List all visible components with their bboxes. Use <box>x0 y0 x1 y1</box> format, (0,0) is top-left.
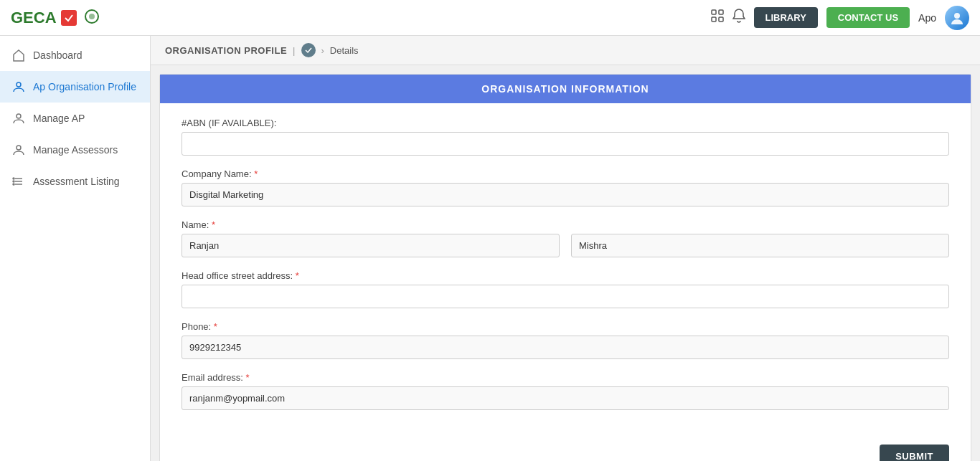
assessor-icon <box>11 143 26 157</box>
section-header: ORGANISATION INFORMATION <box>160 75 971 103</box>
sidebar-label-assessment: Assessment Listing <box>33 176 120 187</box>
address-input[interactable] <box>182 285 949 308</box>
breadcrumb-title: ORGANISATION PROFILE <box>165 45 287 56</box>
name-row <box>182 234 949 257</box>
sidebar: Dashboard Ap Organisation Profile Manage… <box>0 36 151 461</box>
contact-button[interactable]: CONTACT US <box>826 7 910 28</box>
address-group: Head office street address: * <box>182 270 949 308</box>
submit-button[interactable]: SUBMIT <box>880 445 949 461</box>
breadcrumb: ORGANISATION PROFILE | › Details <box>151 36 980 65</box>
form-body: #ABN (IF AVAILABLE): Company Name: * Na <box>160 103 971 437</box>
svg-rect-4 <box>712 17 716 22</box>
breadcrumb-arrow: › <box>321 45 324 56</box>
svg-rect-2 <box>712 10 716 14</box>
expand-icon[interactable] <box>711 9 724 26</box>
company-name-input[interactable] <box>182 183 949 206</box>
header-actions: LIBRARY CONTACT US Apo <box>711 6 969 30</box>
svg-point-13 <box>13 178 14 179</box>
email-group: Email address: * <box>182 372 949 410</box>
address-required-marker: * <box>296 270 299 281</box>
name-label: Name: * <box>182 219 949 230</box>
company-name-group: Company Name: * <box>182 168 949 206</box>
svg-rect-5 <box>719 17 723 22</box>
sidebar-label-dashboard: Dashboard <box>33 49 83 61</box>
list-icon <box>11 174 26 189</box>
email-label: Email address: * <box>182 372 949 383</box>
svg-point-6 <box>954 13 960 19</box>
svg-point-7 <box>17 82 21 87</box>
svg-point-8 <box>17 114 21 118</box>
manage-ap-icon <box>11 111 26 125</box>
sidebar-label-ap-org: Ap Organisation Profile <box>33 81 136 92</box>
breadcrumb-current: Details <box>330 45 359 56</box>
company-name-label: Company Name: * <box>182 168 949 179</box>
name-group: Name: * <box>182 219 949 257</box>
abn-label: #ABN (IF AVAILABLE): <box>182 118 949 128</box>
name-required-marker: * <box>212 219 215 230</box>
company-required-marker: * <box>254 168 258 179</box>
submit-bar: SUBMIT <box>160 437 971 461</box>
sidebar-label-manage-assessors: Manage Assessors <box>33 144 118 156</box>
breadcrumb-separator: | <box>293 45 295 56</box>
user-group-icon <box>11 80 26 94</box>
form-section: ORGANISATION INFORMATION #ABN (IF AVAILA… <box>159 74 971 461</box>
avatar[interactable] <box>945 6 969 30</box>
logo-circle-icon <box>84 9 100 27</box>
library-button[interactable]: LIBRARY <box>754 7 818 28</box>
breadcrumb-status-icon <box>301 43 316 57</box>
sidebar-label-manage-ap: Manage AP <box>33 113 85 124</box>
phone-required-marker: * <box>214 321 217 332</box>
main-area: Dashboard Ap Organisation Profile Manage… <box>0 36 980 461</box>
sidebar-item-ap-org-profile[interactable]: Ap Organisation Profile <box>0 71 150 103</box>
email-input[interactable] <box>182 386 949 410</box>
user-name: Apo <box>918 12 936 24</box>
header: GECA LIBRARY CONTACT US Apo <box>0 0 980 36</box>
address-label: Head office street address: * <box>182 270 949 281</box>
email-required-marker: * <box>246 372 250 383</box>
phone-label: Phone: * <box>182 321 949 332</box>
logo-text: GECA <box>11 9 57 27</box>
abn-group: #ABN (IF AVAILABLE): <box>182 118 949 156</box>
svg-point-1 <box>89 14 95 19</box>
logo: GECA <box>11 9 100 27</box>
sidebar-item-manage-ap[interactable]: Manage AP <box>0 103 150 134</box>
content-area: ORGANISATION PROFILE | › Details ORGANIS… <box>151 36 980 461</box>
home-icon <box>11 48 26 62</box>
logo-checkmark-icon <box>61 10 77 26</box>
last-name-input[interactable] <box>571 234 949 257</box>
svg-point-14 <box>13 181 14 182</box>
phone-group: Phone: * <box>182 321 949 359</box>
phone-input[interactable] <box>182 336 949 359</box>
svg-rect-3 <box>719 10 723 14</box>
sidebar-item-assessment-listing[interactable]: Assessment Listing <box>0 166 150 197</box>
svg-point-15 <box>13 184 14 185</box>
notification-icon[interactable] <box>732 9 745 27</box>
svg-point-9 <box>17 146 21 150</box>
abn-input[interactable] <box>182 132 949 156</box>
sidebar-item-manage-assessors[interactable]: Manage Assessors <box>0 134 150 166</box>
sidebar-item-dashboard[interactable]: Dashboard <box>0 39 150 71</box>
first-name-input[interactable] <box>182 234 560 257</box>
